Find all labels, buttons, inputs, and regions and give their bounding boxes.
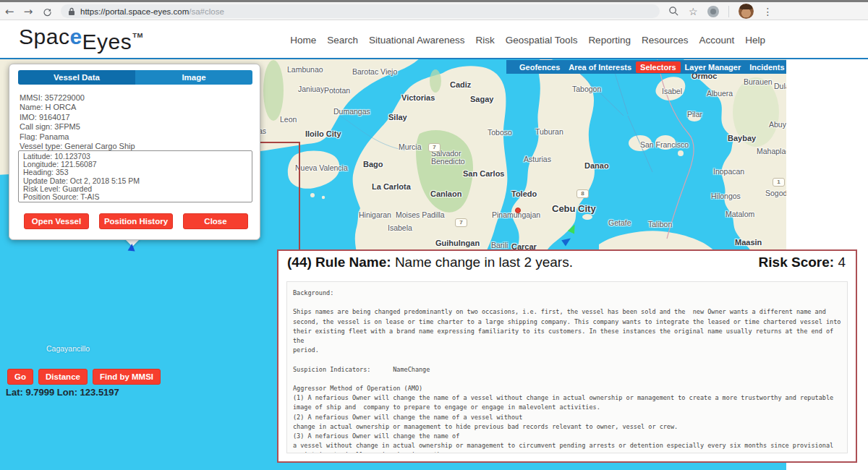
map-label-abuyog: Abuyog: [769, 120, 786, 129]
nav-item-situational-awareness[interactable]: Situational Awareness: [369, 35, 465, 46]
vessel-panel: Vessel Data Image MMSI: 357229000Name: H…: [9, 64, 260, 240]
logo-eye-icon: e: [69, 25, 82, 48]
rule-body-text: Background: Ships names are being change…: [286, 281, 848, 453]
map-label-cagayancillo: Cagayancillo: [46, 344, 90, 353]
map-label-nueva-valencia: Nueva Valencia: [295, 163, 348, 172]
forward-icon[interactable]: →: [19, 4, 38, 20]
risk-score: Risk Score: 4: [759, 255, 846, 270]
nav-item-resources[interactable]: Resources: [642, 35, 689, 46]
address-bar[interactable]: https://portal.space-eyes.com/sa#close: [61, 4, 660, 18]
nav-item-geospatial-tools[interactable]: Geospatial Tools: [506, 35, 578, 46]
logo-text-eyes: Eyes: [82, 30, 132, 54]
position-history-button[interactable]: Position History: [99, 213, 173, 229]
map-label-barotac-viejo: Barotac Viejo: [352, 67, 397, 76]
map-label-dumangas: Dumangas: [333, 107, 370, 116]
map-label-matalom: Matalom: [726, 210, 754, 218]
profile-avatar[interactable]: [739, 4, 754, 19]
vessel-field-position-source: Position Source: T-AIS: [23, 193, 247, 201]
route-shield-1: 1: [773, 178, 785, 187]
zoom-icon[interactable]: [668, 6, 679, 17]
vessel-field-mmsi: MMSI: 357229000: [20, 93, 135, 103]
toolbar-right: ☆ ⋮: [668, 4, 773, 19]
tab-image[interactable]: Image: [135, 70, 252, 85]
map-label-tabogon: Tabogon: [572, 85, 601, 93]
nav-item-search[interactable]: Search: [327, 35, 358, 46]
nav-item-home[interactable]: Home: [290, 35, 316, 46]
vessel-field-heading: Heading: 353: [23, 168, 247, 176]
nav-item-reporting[interactable]: Reporting: [588, 35, 631, 46]
map-label-baybay: Baybay: [728, 134, 756, 142]
vessel-field-call-sign: Call sign: 3FPM5: [20, 122, 135, 132]
risk-score-value: 4: [834, 255, 846, 270]
bookmark-star-icon[interactable]: ☆: [689, 6, 698, 17]
map-label-murcia: Murcia: [399, 142, 422, 151]
tab-vessel-data[interactable]: Vessel Data: [18, 70, 135, 85]
browser-menu-icon[interactable]: ⋮: [763, 6, 773, 17]
map-label-danao: Danao: [584, 161, 609, 170]
logo-trademark: TM: [132, 31, 143, 39]
map-label-burauen: Burauen: [744, 77, 773, 86]
rule-leader-line-vertical: [299, 142, 300, 250]
rule-title-value: Name change in last 2 years.: [391, 255, 573, 270]
map-toolbar-area-of-interests[interactable]: Area of Interests: [564, 61, 636, 73]
screen: ← → https://portal.space-eyes.com/sa#clo…: [0, 0, 868, 470]
map-toolbar-incidents[interactable]: Incidents: [745, 61, 786, 73]
open-vessel-button[interactable]: Open Vessel: [24, 213, 89, 229]
map-label-silay: Silay: [388, 113, 407, 121]
cursor-coordinates: Lat: 9.7999 Lon: 123.5197: [6, 387, 119, 398]
vessel-fields: MMSI: 357229000Name: H ORCAIMO: 9164017C…: [20, 93, 135, 151]
map-label-leon: Leon: [280, 115, 297, 124]
app-header: SpaceEyesTM HomeSearchSituational Awaren…: [0, 20, 868, 58]
extension-icon[interactable]: [707, 6, 719, 17]
map-label-lambunao: Lambunao: [287, 65, 323, 74]
close-button[interactable]: Close: [183, 213, 248, 229]
vessel-panel-tabs: Vessel Data Image: [18, 70, 252, 85]
selected-vessel-marker[interactable]: [128, 244, 136, 252]
back-icon[interactable]: ←: [0, 4, 19, 20]
find-by-mmsi-button[interactable]: Find by MMSI: [93, 369, 161, 385]
map-label-mahaplag: Mahaplag: [757, 147, 786, 155]
map-toolbar-layer-manager[interactable]: Layer Manager: [681, 61, 746, 73]
risk-score-label: Risk Score:: [759, 255, 835, 270]
map-label-bago: Bago: [363, 160, 383, 168]
map-label-barili: Barili: [491, 241, 508, 249]
rule-title: (44) Rule Name: Name change in last 2 ye…: [287, 255, 573, 270]
spaceeyes-logo[interactable]: SpaceEyesTM: [19, 25, 143, 49]
rule-leader-line: [257, 142, 299, 143]
nav-item-account[interactable]: Account: [699, 35, 734, 46]
cebu-city-pin[interactable]: [515, 208, 521, 213]
map-label-dulag: Dulag: [774, 82, 786, 90]
nav-item-help[interactable]: Help: [745, 35, 765, 46]
map-label-tuburan: Tuburan: [535, 127, 563, 136]
url-path: /sa#close: [189, 7, 224, 16]
map-label-guihulngan: Guihulngan: [435, 239, 480, 247]
map-label-toledo: Toledo: [511, 189, 537, 198]
map-label-talibon: Talibon: [648, 220, 672, 228]
map-label-benedicto: Benedicto: [431, 157, 465, 166]
vessel-field-name: Name: H ORCA: [20, 103, 135, 112]
toolbar-divider: [728, 6, 729, 17]
map-label-sagay: Sagay: [470, 95, 493, 103]
map-label-cebu-city: Cebu City: [552, 203, 596, 214]
map-label-sogod: Sogod: [765, 189, 786, 197]
map-action-buttons: GoDistanceFind by MMSI: [7, 369, 161, 385]
map-label-pototan: Pototan: [324, 86, 350, 95]
distance-button[interactable]: Distance: [38, 369, 88, 385]
map-label-janiuay: Janiuay: [298, 85, 324, 93]
browser-toolbar: ← → https://portal.space-eyes.com/sa#clo…: [0, 2, 868, 20]
nav-item-risk[interactable]: Risk: [476, 35, 495, 46]
map-label-san-francisco: San Francisco: [640, 140, 689, 149]
vessel-position-box: Latitude: 10.123703Longitude: 121.56087H…: [18, 150, 252, 202]
vessel-panel-buttons: Open VesselPosition HistoryClose: [24, 213, 248, 229]
map-label-la-carlota: La Carlota: [372, 182, 411, 191]
reload-icon[interactable]: [38, 4, 56, 20]
map-label-victorias: Victorias: [401, 93, 435, 102]
rule-panel: (44) Rule Name: Name change in last 2 ye…: [277, 249, 857, 463]
rule-title-label: (44) Rule Name:: [287, 255, 391, 270]
map-toolbar-geofences[interactable]: Geofences: [515, 61, 564, 73]
map-toolbar: GeofencesArea of InterestsSelectorsLayer…: [506, 60, 786, 74]
map-toolbar-selectors[interactable]: Selectors: [636, 61, 681, 73]
browser-chrome: ← → https://portal.space-eyes.com/sa#clo…: [0, 0, 868, 20]
go-button[interactable]: Go: [7, 369, 33, 385]
map-label-pilar: Pilar: [687, 110, 702, 119]
